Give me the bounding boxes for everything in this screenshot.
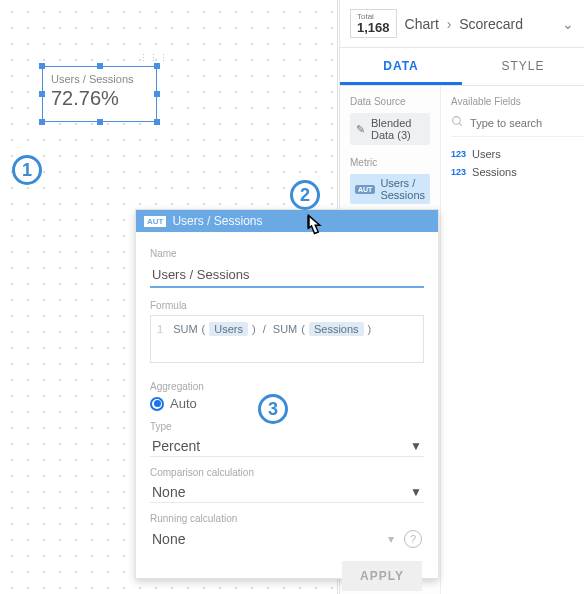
annotation-1: 1: [12, 155, 42, 185]
comparison-label: Comparison calculation: [150, 467, 424, 478]
resize-handle[interactable]: [97, 119, 103, 125]
aut-badge: AUT: [355, 185, 375, 194]
panel-header: Total 1,168 Chart › Scorecard ⌄: [340, 0, 584, 48]
metric-chip[interactable]: AUT Users / Sessions: [350, 174, 430, 204]
caret-down-icon: ▼: [410, 439, 422, 453]
annotation-2: 2: [290, 180, 320, 210]
annotation-3: 3: [258, 394, 288, 424]
formula-field-chip: Sessions: [309, 322, 364, 336]
type-value: Percent: [152, 438, 200, 454]
formula-editor[interactable]: 1 SUM( Users ) / SUM( Sessions ): [150, 315, 424, 363]
metric-value: Users / Sessions: [380, 177, 425, 201]
crumb-scorecard: Scorecard: [459, 16, 523, 32]
available-fields-title: Available Fields: [451, 96, 584, 107]
field-row[interactable]: 123 Sessions: [451, 163, 584, 181]
scorecard[interactable]: ⋮⋮⋮ Users / Sessions 72.76%: [42, 66, 157, 122]
available-fields-column: Available Fields 123 Users 123 Sessions: [441, 86, 584, 594]
metric-editor-popup: AUT Users / Sessions Name Formula 1 SUM(…: [135, 209, 439, 579]
crumb-chart: Chart: [405, 16, 439, 32]
formula-label: Formula: [150, 300, 424, 311]
resize-handle[interactable]: [39, 119, 45, 125]
running-select[interactable]: None ▾ ?: [150, 528, 424, 551]
apply-button[interactable]: APPLY: [342, 561, 422, 591]
svg-point-0: [453, 117, 461, 125]
resize-handle[interactable]: [154, 91, 160, 97]
pencil-icon: ✎: [356, 123, 365, 136]
popup-header: AUT Users / Sessions: [136, 210, 438, 232]
name-input[interactable]: [150, 263, 424, 288]
field-label: Users: [472, 148, 501, 160]
pointer-cursor-icon: [298, 211, 328, 251]
numeric-icon: 123: [451, 149, 466, 159]
tab-data[interactable]: DATA: [340, 48, 462, 85]
comparison-value: None: [152, 484, 185, 500]
formula-field-chip: Users: [209, 322, 248, 336]
name-label: Name: [150, 248, 424, 259]
scorecard-label: Users / Sessions: [43, 67, 156, 85]
aggregation-label: Aggregation: [150, 381, 424, 392]
running-label: Running calculation: [150, 513, 424, 524]
total-value: 1,168: [357, 21, 390, 35]
popup-title: Users / Sessions: [172, 214, 262, 228]
chevron-down-icon[interactable]: ⌄: [562, 16, 574, 32]
help-icon[interactable]: ?: [404, 530, 422, 548]
data-source-value: Blended Data (3): [371, 117, 424, 141]
total-box: Total 1,168: [350, 9, 397, 38]
aggregation-value: Auto: [170, 396, 197, 411]
scorecard-value: 72.76%: [43, 85, 156, 116]
data-source-chip[interactable]: ✎ Blended Data (3): [350, 113, 430, 145]
caret-down-icon: ▼: [410, 485, 422, 499]
aut-badge: AUT: [144, 216, 166, 227]
comparison-select[interactable]: None ▼: [150, 482, 424, 503]
resize-handle[interactable]: [39, 91, 45, 97]
caret-down-icon: ▾: [388, 532, 394, 546]
search-icon: [451, 115, 464, 130]
chevron-right-icon: ›: [447, 16, 452, 32]
search-input[interactable]: [470, 117, 584, 129]
line-number: 1: [157, 323, 163, 335]
tab-style[interactable]: STYLE: [462, 48, 584, 85]
data-source-title: Data Source: [350, 96, 430, 107]
radio-icon: [150, 397, 164, 411]
breadcrumb[interactable]: Chart › Scorecard: [405, 16, 562, 32]
type-label: Type: [150, 421, 424, 432]
resize-handle[interactable]: [39, 63, 45, 69]
running-value: None: [152, 531, 185, 547]
numeric-icon: 123: [451, 167, 466, 177]
field-row[interactable]: 123 Users: [451, 145, 584, 163]
resize-handle[interactable]: [97, 63, 103, 69]
svg-line-1: [459, 123, 462, 126]
resize-handle[interactable]: [154, 119, 160, 125]
drag-handle-icon[interactable]: ⋮⋮⋮: [139, 53, 169, 63]
panel-tabs: DATA STYLE: [340, 48, 584, 86]
resize-handle[interactable]: [154, 63, 160, 69]
type-select[interactable]: Percent ▼: [150, 436, 424, 457]
fields-search[interactable]: [451, 113, 584, 137]
metric-title: Metric: [350, 157, 430, 168]
field-label: Sessions: [472, 166, 517, 178]
